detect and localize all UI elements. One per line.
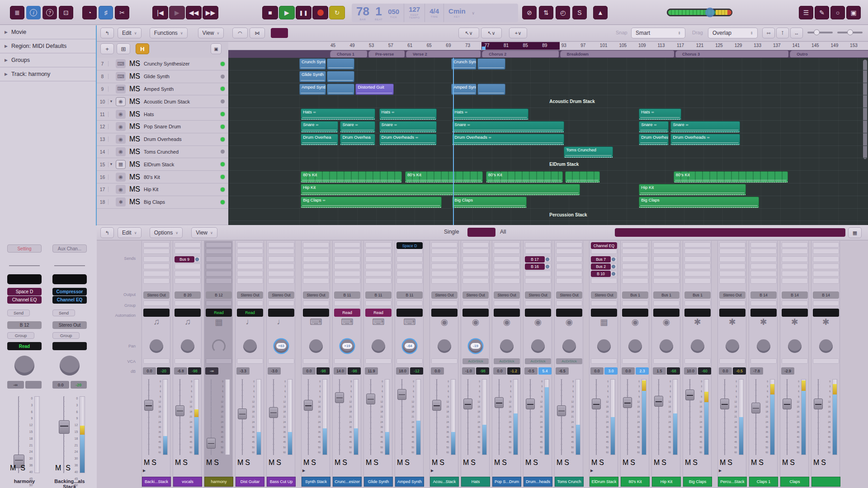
send-pill[interactable]: B 16 (525, 263, 545, 270)
fader-track[interactable] (627, 379, 628, 455)
inspector-item-0[interactable]: ▶Movie (0, 25, 96, 39)
group-button[interactable]: Group (52, 332, 80, 339)
region[interactable]: Snare∞ (670, 121, 740, 132)
bar-ruler[interactable]: 4549535761656973778185899397101105109113… (228, 42, 868, 50)
pan-knob[interactable] (628, 339, 642, 353)
send-button[interactable]: Send (7, 310, 30, 316)
mixer-channel-strip[interactable]: Stereo OutRead♩-3.3036912151821243036404… (235, 241, 264, 488)
pan-knob[interactable] (500, 339, 514, 353)
region[interactable]: 80's Kit (486, 171, 563, 183)
strip-name[interactable]: Acou...Stack (430, 477, 459, 487)
output-pill[interactable]: Bus 1 (684, 291, 711, 299)
send-slot[interactable] (653, 278, 679, 284)
send-slot[interactable] (268, 271, 294, 277)
region[interactable]: Big Claps∞ (301, 197, 442, 208)
send-slot[interactable] (237, 256, 263, 262)
record-enable-dot[interactable] (221, 188, 225, 192)
inspector-automation-box[interactable] (52, 342, 87, 350)
region[interactable]: Hats∞ (379, 108, 437, 120)
fader-cap[interactable] (557, 405, 566, 416)
record-enable-dot[interactable] (221, 175, 225, 179)
send-level-dot[interactable] (612, 265, 615, 268)
automation-box[interactable]: Read (237, 309, 263, 317)
region[interactable]: 80's Kit (405, 171, 482, 183)
channel-filter-bar[interactable] (615, 228, 845, 237)
automation-box[interactable] (462, 309, 489, 317)
output-pill[interactable]: Stereo Out (431, 291, 458, 299)
automation-box[interactable] (653, 309, 679, 317)
send-slot[interactable] (334, 256, 360, 262)
region[interactable]: 80's Kit (301, 171, 402, 183)
group-slot[interactable] (365, 300, 392, 306)
strip-name[interactable]: vocals (173, 477, 202, 487)
eq-thumbnail[interactable] (52, 274, 87, 284)
disclosure-triangle-icon[interactable]: ▶ (5, 58, 8, 62)
audio-fx-slot[interactable] (525, 242, 551, 248)
fader-cap[interactable] (654, 396, 663, 407)
punch-in-out-icon[interactable]: ⇅ (539, 6, 553, 19)
fader-cap[interactable] (335, 392, 344, 403)
track-header-row-partial[interactable] (97, 209, 228, 225)
audio-fx-slot[interactable] (396, 249, 423, 254)
pan-knob[interactable] (309, 339, 323, 353)
automation-box[interactable] (494, 309, 520, 317)
strip-name[interactable]: Hats (461, 477, 490, 487)
region[interactable]: Hip Kit (639, 184, 745, 195)
stack-disclosure-icon[interactable]: ▼ (108, 162, 114, 166)
solo-button[interactable]: S (135, 148, 140, 156)
group-fold-icon[interactable]: ▶ (431, 469, 434, 473)
drag-select[interactable]: Overlap⇕ (708, 28, 758, 38)
audio-fx-slot[interactable] (719, 242, 745, 248)
group-slot[interactable] (525, 300, 551, 306)
strip-solo-button[interactable]: S (183, 459, 188, 467)
mixer-channel-strip[interactable]: Stereo Out♩+63-3.00369121518212430364045… (266, 241, 295, 488)
send-slot[interactable] (462, 278, 489, 284)
send-slot[interactable] (813, 271, 839, 277)
master-volume-slider[interactable] (667, 9, 732, 16)
send-slot[interactable] (684, 263, 711, 269)
strip-solo-button[interactable]: S (759, 459, 764, 467)
solo-button[interactable]: S (135, 122, 140, 131)
mixer-channel-strip[interactable]: B 12Read▦-∞03691215182124303640455060MSh… (204, 241, 233, 488)
group-slot[interactable] (556, 300, 582, 306)
strip-name[interactable]: Toms Crunch (555, 477, 584, 487)
send-slot[interactable] (684, 271, 711, 277)
fader-cap[interactable] (526, 399, 535, 409)
send-slot[interactable] (462, 263, 489, 269)
strip-solo-button[interactable]: S (151, 459, 156, 467)
inspector-item-3[interactable]: ▶Track: harmony (0, 67, 96, 81)
fader-cap[interactable] (366, 394, 375, 404)
automation-box[interactable] (525, 309, 551, 317)
track-lane[interactable] (228, 221, 868, 225)
solo-button[interactable]: S (135, 185, 140, 193)
strip-solo-button[interactable]: S (405, 459, 410, 467)
send-slot[interactable] (782, 263, 808, 269)
strip-name[interactable]: Hip Kit (652, 477, 681, 487)
record-enable-dot[interactable] (221, 125, 225, 129)
vca-slot[interactable] (719, 358, 745, 364)
send-slot[interactable] (462, 271, 489, 277)
fader-cap[interactable] (175, 405, 184, 416)
strip-solo-button[interactable]: S (821, 459, 826, 467)
mixer-menu-edit[interactable]: Edit∨ (118, 227, 142, 238)
audio-fx-slot[interactable] (462, 242, 489, 248)
send-slot[interactable] (237, 263, 263, 269)
group-slot[interactable] (684, 300, 711, 306)
audio-fx-slot[interactable] (782, 242, 808, 248)
mixer-channel-strip[interactable]: Bus 1✱10.0-6003691215182124303640455060M… (683, 241, 712, 488)
output-pill[interactable]: B 14 (782, 291, 808, 299)
fader-cap[interactable] (783, 399, 792, 409)
region[interactable]: Drum Overhea (301, 134, 338, 145)
strip-mute-button[interactable]: M (623, 459, 628, 467)
pan-knob[interactable] (757, 339, 770, 353)
playhead-handle[interactable] (482, 47, 486, 50)
strip-mute-button[interactable]: M (397, 459, 403, 467)
fader-cap[interactable] (623, 397, 632, 408)
send-slot[interactable] (494, 271, 520, 277)
output-pill[interactable]: Stereo Out (268, 291, 294, 299)
output-pill[interactable]: Bus 1 (622, 291, 648, 299)
toolbox-icon[interactable]: ⊡ (59, 6, 73, 19)
output-pill[interactable]: Stereo Out (591, 291, 617, 299)
automation-box[interactable] (303, 309, 329, 317)
fader-track[interactable] (179, 379, 181, 455)
